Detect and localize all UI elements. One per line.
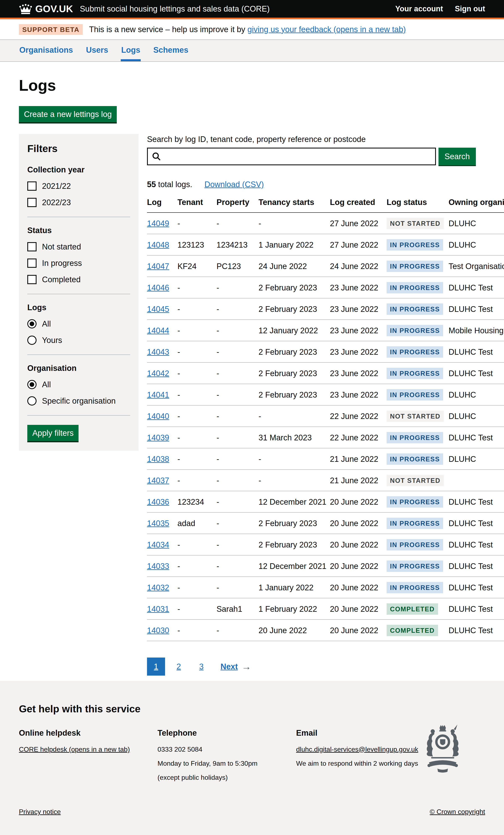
log-link[interactable]: 14043 (147, 348, 169, 357)
filter-option[interactable]: In progress (27, 259, 130, 268)
table-row: 14039--31 March 202322 June 2022IN PROGR… (147, 427, 504, 448)
header-brand[interactable]: GOV.UK Submit social housing lettings an… (19, 3, 270, 15)
log-link[interactable]: 14041 (147, 390, 169, 399)
cell-tenant: - (178, 320, 217, 341)
log-link[interactable]: 14040 (147, 412, 169, 421)
phase-banner: SUPPORT BETA This is a new service – hel… (0, 19, 504, 40)
crown-copyright-link[interactable]: © Crown copyright (430, 808, 485, 816)
cell-owning-organisation: DLUHC Test (448, 341, 504, 363)
filter-option[interactable]: All (27, 319, 130, 328)
filter-option[interactable]: Yours (27, 335, 130, 345)
log-link[interactable]: 14033 (147, 562, 169, 571)
cell-log: 14032 (147, 577, 178, 598)
logs-table: LogTenantPropertyTenancy startsLog creat… (147, 198, 504, 641)
cell-tenancy-starts: 20 June 2022 (259, 619, 330, 641)
cell-log-status: IN PROGRESS (387, 555, 448, 577)
footer-link[interactable]: CORE helpdesk (opens in a new tab) (19, 746, 149, 753)
cell-log-created: 24 June 2022 (330, 256, 387, 277)
log-link[interactable]: 14038 (147, 455, 169, 464)
log-link[interactable]: 14032 (147, 583, 169, 592)
log-link[interactable]: 14034 (147, 541, 169, 549)
log-link[interactable]: 14030 (147, 626, 169, 635)
cell-log: 14047 (147, 256, 178, 277)
filter-option-label: All (42, 320, 51, 328)
radio-specific-organisation[interactable] (27, 396, 37, 406)
next-page-link[interactable]: Next (221, 662, 238, 671)
cell-log-status: IN PROGRESS (387, 384, 448, 405)
nav-item-schemes[interactable]: Schemes (153, 40, 189, 61)
filter-option[interactable]: All (27, 380, 130, 389)
checkbox-not-started[interactable] (27, 242, 37, 251)
status-tag: IN PROGRESS (387, 325, 443, 336)
checkbox-2021/22[interactable] (27, 181, 37, 191)
service-name-link[interactable]: Submit social housing lettings and sales… (80, 4, 270, 14)
feedback-link[interactable]: giving us your feedback (opens in a new … (247, 25, 406, 34)
cell-log-status: IN PROGRESS (387, 298, 448, 320)
cell-log-created: 20 June 2022 (330, 619, 387, 641)
filter-option[interactable]: Not started (27, 242, 130, 251)
log-link[interactable]: 14048 (147, 241, 169, 249)
status-tag: IN PROGRESS (387, 389, 443, 401)
cell-property: - (217, 555, 259, 577)
cell-owning-organisation: DLUHC Test (448, 598, 504, 619)
log-link[interactable]: 14044 (147, 326, 169, 335)
nav-item-users[interactable]: Users (86, 40, 109, 61)
log-link[interactable]: 14042 (147, 369, 169, 378)
status-tag: IN PROGRESS (387, 368, 443, 379)
page-link-2[interactable]: 2 (170, 657, 188, 676)
radio-all[interactable] (27, 380, 37, 389)
checkbox-2022/23[interactable] (27, 198, 37, 207)
cell-tenant: - (178, 448, 217, 470)
sign-out-link[interactable]: Sign out (455, 4, 485, 13)
privacy-notice-link[interactable]: Privacy notice (19, 808, 61, 816)
govuk-logotype[interactable]: GOV.UK (35, 3, 73, 15)
log-link[interactable]: 14031 (147, 605, 169, 613)
checkbox-completed[interactable] (27, 275, 37, 284)
footer-link[interactable]: dluhc.digital-services@levellingup.gov.u… (296, 746, 426, 753)
log-link[interactable]: 14036 (147, 497, 169, 506)
cell-tenancy-starts: 31 March 2023 (259, 427, 330, 448)
nav-item-logs[interactable]: Logs (121, 40, 141, 61)
search-button[interactable]: Search (439, 148, 476, 165)
cell-log-status: IN PROGRESS (387, 512, 448, 534)
nav-item-organisations[interactable]: Organisations (19, 40, 74, 61)
cell-tenant: - (178, 277, 217, 298)
filter-option[interactable]: Specific organisation (27, 396, 130, 406)
radio-yours[interactable] (27, 335, 37, 345)
log-link[interactable]: 14037 (147, 476, 169, 485)
filter-option[interactable]: Completed (27, 275, 130, 284)
filter-option[interactable]: 2021/22 (27, 181, 130, 191)
cell-owning-organisation: DLUHC Test (448, 491, 504, 512)
results-section: Search by log ID, tenant code, property … (147, 134, 504, 681)
log-link[interactable]: 14046 (147, 283, 169, 292)
cell-log-created: 23 June 2022 (330, 363, 387, 384)
cell-tenant: - (178, 384, 217, 405)
cell-tenant: - (178, 427, 217, 448)
filter-option-label: Yours (42, 336, 62, 345)
search-input[interactable] (147, 148, 436, 165)
log-link[interactable]: 14047 (147, 262, 169, 271)
filter-option[interactable]: 2022/23 (27, 198, 130, 207)
download-csv-link[interactable]: Download (CSV) (204, 180, 264, 189)
page-link-3[interactable]: 3 (193, 657, 210, 676)
cell-tenant: - (178, 577, 217, 598)
cell-tenancy-starts: 2 February 2023 (259, 512, 330, 534)
cell-tenant: - (178, 212, 217, 234)
cell-tenancy-starts: 2 February 2023 (259, 341, 330, 363)
page-link-1[interactable]: 1 (147, 657, 165, 676)
log-link[interactable]: 14045 (147, 305, 169, 313)
your-account-link[interactable]: Your account (395, 4, 443, 13)
apply-filters-button[interactable]: Apply filters (27, 425, 79, 441)
log-link[interactable]: 14049 (147, 219, 169, 228)
cell-tenant: - (178, 363, 217, 384)
status-tag: COMPLETED (387, 603, 438, 615)
create-lettings-log-button[interactable]: Create a new lettings log (19, 106, 117, 122)
log-link[interactable]: 14035 (147, 519, 169, 528)
log-link[interactable]: 14039 (147, 433, 169, 442)
cell-property: - (217, 277, 259, 298)
checkbox-in-progress[interactable] (27, 259, 37, 268)
table-row: 14033--12 December 202120 June 2022IN PR… (147, 555, 504, 577)
column-header-property: Property (217, 198, 259, 212)
cell-property: - (217, 448, 259, 470)
radio-all[interactable] (27, 319, 37, 328)
